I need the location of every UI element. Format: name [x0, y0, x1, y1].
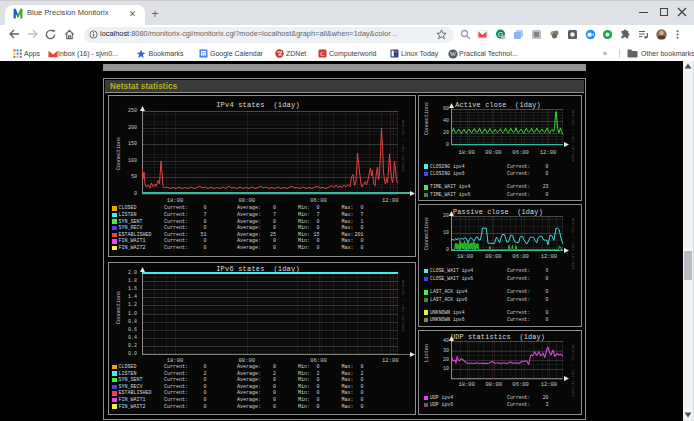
svg-text:C: C — [320, 49, 324, 56]
svg-text:31: 31 — [200, 51, 206, 56]
svg-text:W: W — [449, 50, 456, 57]
